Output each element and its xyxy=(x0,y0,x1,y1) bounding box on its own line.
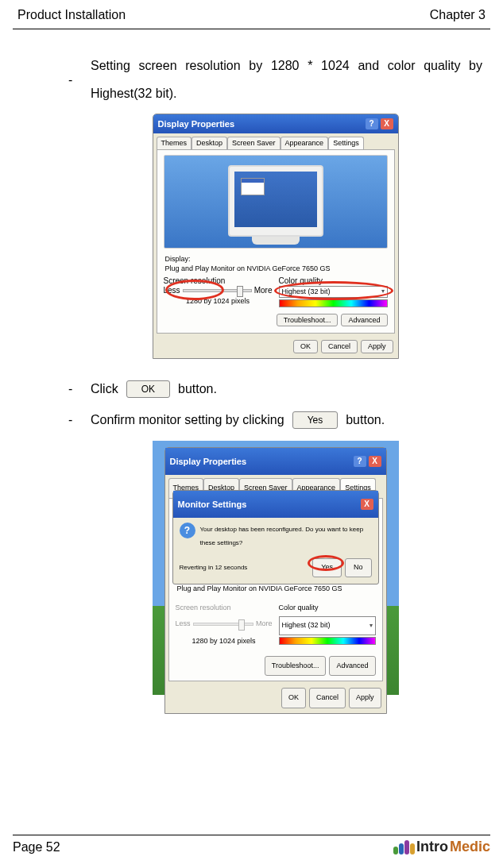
less-label: Less xyxy=(164,286,180,295)
res-value-2: 1280 by 1024 pixels xyxy=(176,634,273,650)
dash-icon: - xyxy=(68,66,83,94)
advanced-button-2[interactable]: Advanced xyxy=(329,656,375,677)
list-item-2: - Click OK button. xyxy=(68,375,482,403)
tab-settings[interactable]: Settings xyxy=(328,137,364,149)
display-label: Display: xyxy=(165,255,386,264)
window-title: Display Properties xyxy=(158,119,235,129)
help-icon[interactable]: ? xyxy=(366,118,378,129)
res-value: 1280 by 1024 pixels xyxy=(164,297,273,306)
window-title-2: Display Properties xyxy=(170,452,247,471)
tab-bar: Themes Desktop Screen Saver Appearance S… xyxy=(153,133,398,149)
chevron-down-icon: ▾ xyxy=(370,619,373,633)
chevron-down-icon: ▾ xyxy=(381,287,385,295)
header-right: Chapter 3 xyxy=(430,8,486,22)
res-label: Screen resolution xyxy=(164,276,273,286)
screenshot-monitor-settings: Display Properties ? X Themes Desktop Sc… xyxy=(153,441,399,695)
troubleshoot-button-2[interactable]: Troubleshoot... xyxy=(265,656,327,677)
reverting-text: Reverting in 12 seconds xyxy=(180,561,248,575)
logo-text-medic: Medic xyxy=(450,839,490,855)
less-label-2: Less xyxy=(176,616,191,632)
monitor-settings-modal: Monitor Settings X ? Your desktop has be… xyxy=(172,490,379,584)
tab-screen-saver[interactable]: Screen Saver xyxy=(227,137,281,149)
close-icon[interactable]: X xyxy=(381,118,393,129)
item2-prefix: Click xyxy=(91,375,118,403)
yes-button[interactable]: Yes xyxy=(312,558,342,577)
res-label-2: Screen resolution xyxy=(176,600,273,616)
dash-icon: - xyxy=(68,406,83,434)
help-icon[interactable]: ? xyxy=(354,456,366,467)
no-button[interactable]: No xyxy=(345,558,372,577)
color-bar xyxy=(279,299,388,307)
tab-appearance[interactable]: Appearance xyxy=(281,137,329,149)
apply-button-2[interactable]: Apply xyxy=(349,688,381,708)
list-item-1: - Setting screen resolution by 1280 * 10… xyxy=(68,52,482,107)
more-label: More xyxy=(254,286,273,295)
dash-icon: - xyxy=(68,375,83,403)
yes-inline-button[interactable]: Yes xyxy=(292,411,339,429)
screenshot-display-properties: Display Properties ? X Themes Desktop Sc… xyxy=(153,114,399,359)
apply-button[interactable]: Apply xyxy=(361,340,393,353)
cancel-button[interactable]: Cancel xyxy=(321,340,358,353)
item1-text: Setting screen resolution by 1280 * 1024… xyxy=(91,59,482,100)
ok-inline-button[interactable]: OK xyxy=(126,380,170,398)
footer-rule xyxy=(13,835,490,835)
color-bar-2 xyxy=(279,637,376,645)
monitor-preview-area xyxy=(164,155,388,249)
cq-value-2: Highest (32 bit) xyxy=(282,618,331,634)
header-rule xyxy=(13,29,490,29)
color-quality-select[interactable]: Highest (32 bit) ▾ xyxy=(279,286,388,298)
tab-desktop[interactable]: Desktop xyxy=(192,137,227,149)
cq-value: Highest (32 bit) xyxy=(282,287,331,296)
item2-suffix: button. xyxy=(178,375,217,403)
page-number: Page 52 xyxy=(13,840,60,854)
advanced-button[interactable]: Advanced xyxy=(341,314,387,327)
close-icon[interactable]: X xyxy=(369,456,381,467)
troubleshoot-button[interactable]: Troubleshoot... xyxy=(277,314,339,327)
ok-button[interactable]: OK xyxy=(293,340,318,353)
item3-prefix: Confirm monitor setting by clicking xyxy=(91,406,284,434)
cq-label-2: Color quality xyxy=(279,600,376,616)
cq-label: Color quality xyxy=(279,276,388,286)
modal-title: Monitor Settings xyxy=(178,495,247,514)
more-label-2: More xyxy=(256,616,273,632)
close-icon[interactable]: X xyxy=(361,499,373,510)
intromedic-logo: IntroMedic xyxy=(393,839,490,855)
cancel-button-2[interactable]: Cancel xyxy=(309,688,346,708)
color-quality-select-2[interactable]: Highest (32 bit) ▾ xyxy=(279,616,376,635)
display-value: Plug and Play Monitor on NVIDIA GeForce … xyxy=(165,264,386,273)
logo-bars-icon xyxy=(393,840,415,854)
info-icon: ? xyxy=(180,523,195,538)
mini-window-icon xyxy=(241,178,265,195)
tab-themes[interactable]: Themes xyxy=(157,137,192,149)
logo-text-intro: Intro xyxy=(416,839,448,855)
list-item-3: - Confirm monitor setting by clicking Ye… xyxy=(68,406,482,434)
modal-text: Your desktop has been reconfigured. Do y… xyxy=(200,523,372,550)
ok-button-2[interactable]: OK xyxy=(281,688,306,708)
monitor-icon xyxy=(228,165,323,237)
header-left: Product Installation xyxy=(17,8,126,22)
item3-suffix: button. xyxy=(346,406,385,434)
resolution-slider[interactable]: Less More xyxy=(164,286,273,295)
